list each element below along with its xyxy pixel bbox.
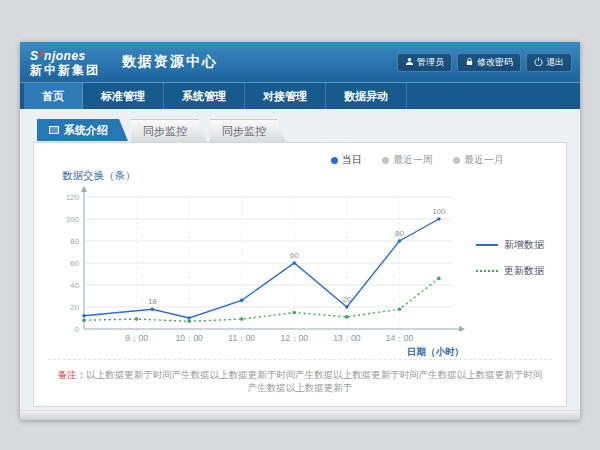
svg-text:日期（小时）: 日期（小时） [407,346,464,358]
footnote-prefix: 备注： [58,369,87,380]
range-filters: 当日 最近一周 最近一月 [48,153,504,167]
svg-text:100: 100 [66,215,80,224]
filter-last-month[interactable]: 最近一月 [453,153,504,167]
svg-text:100: 100 [432,207,446,216]
svg-text:12：00: 12：00 [281,333,309,343]
nav-item-system-mgmt[interactable]: 系统管理 [164,83,245,109]
svg-text:20: 20 [342,295,351,304]
main-nav: 首页 标准管理 系统管理 对接管理 数据异动 [20,82,580,109]
line-sample-dotted [476,270,498,272]
chart-row: 0204060801001209：0010：0011：0012：0013：001… [48,183,552,359]
svg-text:11：00: 11：00 [228,333,255,343]
nav-item-standard-mgmt[interactable]: 标准管理 [83,83,164,109]
logout-button[interactable]: 退出 [526,53,572,72]
header-actions: 管理员 修改密码 退出 [397,53,572,72]
monitor-icon [49,126,59,134]
legend-update-data: 更新数据 [476,264,544,278]
nav-item-data-change[interactable]: 数据异动 [326,83,407,109]
change-password-button[interactable]: 修改密码 [457,53,521,72]
svg-text:10：00: 10：00 [175,333,203,343]
user-icon [405,57,414,68]
footnote: 备注：以上数据更新于时间产生数据以上数据更新于时间产生数据以上数据更新于时间产生… [48,359,552,406]
tab-sync-monitor-2[interactable]: 同步监控 [210,119,286,142]
tab-system-intro[interactable]: 系统介绍 [37,119,128,141]
power-icon [534,57,543,68]
brand-logo: S*njones 新中新集团 [30,49,100,76]
app-header: S*njones 新中新集团 数据资源中心 管理员 修改密码 退出 [20,42,580,82]
svg-text:20: 20 [70,303,79,312]
lock-icon [465,57,474,68]
filter-last-week[interactable]: 最近一周 [382,153,433,167]
svg-text:9：00: 9：00 [125,333,148,343]
series-legend: 新增数据 更新数据 [476,238,544,278]
svg-text:80: 80 [395,229,404,238]
tab-sync-monitor-1[interactable]: 同步监控 [131,119,207,142]
dot-icon [453,157,460,164]
svg-text:40: 40 [70,281,79,290]
svg-text:120: 120 [66,193,80,202]
content-area: 系统介绍 同步监控 同步监控 当日 最近一周 最近一月 数据交换（条） 0204… [20,109,580,410]
legend-new-data: 新增数据 [476,238,544,252]
svg-text:18: 18 [148,297,157,306]
svg-text:60: 60 [70,259,79,268]
svg-text:60: 60 [290,251,299,260]
svg-text:13：00: 13：00 [333,333,361,343]
page-title: 数据资源中心 [122,53,218,71]
y-axis-label: 数据交换（条） [62,169,552,183]
line-sample-solid [476,244,498,246]
window-footer [20,410,580,420]
brand-logo-en: S*njones [30,49,100,62]
dot-icon [382,157,389,164]
app-window: S*njones 新中新集团 数据资源中心 管理员 修改密码 退出 首页 标准管… [20,42,580,420]
nav-item-integration-mgmt[interactable]: 对接管理 [245,83,326,109]
svg-text:14：00: 14：00 [386,333,414,343]
admin-button[interactable]: 管理员 [397,53,452,72]
filter-today[interactable]: 当日 [331,153,362,167]
svg-text:80: 80 [70,237,79,246]
svg-text:0: 0 [75,325,80,334]
dot-icon [331,157,338,164]
chart-panel: 当日 最近一周 最近一月 数据交换（条） 0204060801001209：00… [33,142,567,407]
line-chart: 0204060801001209：0010：0011：0012：0013：001… [48,183,468,359]
brand-logo-cn: 新中新集团 [30,64,100,76]
tab-strip: 系统介绍 同步监控 同步监控 [37,119,567,142]
footnote-text: 以上数据更新于时间产生数据以上数据更新于时间产生数据以上数据更新于时间产生数据以… [86,369,542,393]
nav-item-home[interactable]: 首页 [24,83,83,109]
